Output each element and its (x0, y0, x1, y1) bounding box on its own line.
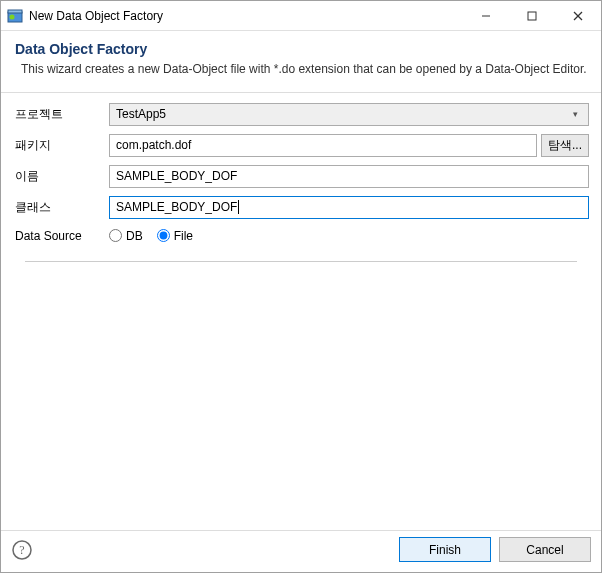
label-name: 이름 (13, 168, 109, 185)
minimize-button[interactable] (463, 1, 509, 30)
form-area: 프로젝트 TestApp5 ▾ 패키지 탐색... 이름 클래스 (1, 93, 601, 530)
svg-rect-1 (8, 10, 22, 13)
close-button[interactable] (555, 1, 601, 30)
window-controls (463, 1, 601, 30)
page-description: This wizard creates a new Data-Object fi… (15, 61, 587, 78)
package-input[interactable] (109, 134, 537, 157)
label-datasource: Data Source (13, 229, 109, 243)
finish-button[interactable]: Finish (399, 537, 491, 562)
page-title: Data Object Factory (15, 41, 587, 57)
row-name: 이름 (13, 165, 589, 188)
text-caret (238, 200, 239, 214)
radio-db-label: DB (126, 229, 143, 243)
browse-button[interactable]: 탐색... (541, 134, 589, 157)
radio-db[interactable]: DB (109, 229, 143, 243)
row-class: 클래스 SAMPLE_BODY_DOF (13, 196, 589, 219)
radio-file-input[interactable] (157, 229, 170, 242)
label-project: 프로젝트 (13, 106, 109, 123)
label-package: 패키지 (13, 137, 109, 154)
project-dropdown[interactable]: TestApp5 ▾ (109, 103, 589, 126)
svg-rect-4 (528, 12, 536, 20)
row-project: 프로젝트 TestApp5 ▾ (13, 103, 589, 126)
class-input[interactable]: SAMPLE_BODY_DOF (109, 196, 589, 219)
wizard-header: Data Object Factory This wizard creates … (1, 31, 601, 93)
separator (25, 261, 577, 262)
datasource-radio-group: DB File (109, 229, 193, 243)
radio-file[interactable]: File (157, 229, 193, 243)
radio-file-label: File (174, 229, 193, 243)
class-value: SAMPLE_BODY_DOF (116, 200, 237, 214)
footer: ? Finish Cancel (1, 530, 601, 572)
chevron-down-icon: ▾ (568, 109, 582, 119)
window-title: New Data Object Factory (29, 9, 463, 23)
app-icon (7, 8, 23, 24)
radio-db-input[interactable] (109, 229, 122, 242)
help-icon[interactable]: ? (11, 539, 33, 561)
label-class: 클래스 (13, 199, 109, 216)
name-input[interactable] (109, 165, 589, 188)
maximize-button[interactable] (509, 1, 555, 30)
svg-point-2 (10, 14, 15, 19)
project-value: TestApp5 (116, 107, 568, 121)
row-package: 패키지 탐색... (13, 134, 589, 157)
titlebar: New Data Object Factory (1, 1, 601, 31)
dialog-window: New Data Object Factory Data Object Fact… (0, 0, 602, 573)
row-datasource: Data Source DB File (13, 229, 589, 243)
cancel-button[interactable]: Cancel (499, 537, 591, 562)
svg-text:?: ? (19, 543, 24, 557)
